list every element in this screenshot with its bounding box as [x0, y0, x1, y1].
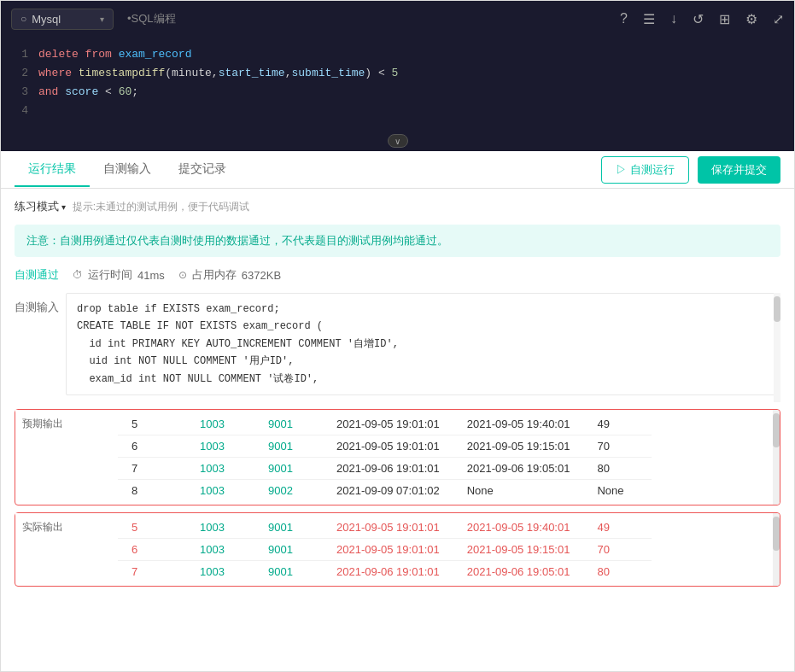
table-cell: 2021-09-09 07:01:02 — [323, 479, 453, 501]
table-cell: 2021-09-05 19:40:01 — [453, 517, 584, 539]
top-bar: ○ Mysql ▾ •SQL编程 ? ☰ ↓ ↺ ⊞ ⚙ ⤢ — [1, 1, 794, 37]
expected-output-section: 预期输出 5100390012021-09-05 19:01:012021-09… — [15, 409, 780, 505]
settings-icon[interactable]: ⚙ — [745, 11, 757, 27]
code-line-3: 3 and score < 60; — [1, 83, 794, 102]
code-text: delete from exam_record — [38, 45, 191, 64]
table-cell: 8 — [118, 479, 186, 501]
table-cell: 70 — [583, 538, 652, 560]
table-cell: 1003 — [186, 479, 254, 501]
expected-output-table: 5100390012021-09-05 19:01:012021-09-05 1… — [118, 413, 652, 501]
table-cell: 2021-09-05 19:01:01 — [323, 435, 453, 457]
input-scrollbar[interactable] — [774, 293, 780, 402]
table-cell: 2021-09-05 19:15:01 — [453, 435, 584, 457]
table-row: 6100390012021-09-05 19:01:012021-09-05 1… — [118, 538, 652, 560]
actual-output-wrapper: 实际输出 5100390012021-09-05 19:01:012021-09… — [15, 512, 780, 587]
practice-mode-bar: 练习模式 提示:未通过的测试用例，便于代码调试 — [15, 199, 780, 214]
collapse-btn[interactable]: ∨ — [388, 134, 408, 148]
table-cell: 49 — [583, 413, 652, 435]
table-cell: 6 — [118, 538, 186, 560]
sql-tag: •SQL编程 — [127, 11, 176, 26]
collapse-handle[interactable]: ∨ — [1, 131, 794, 151]
table-cell: None — [583, 479, 652, 501]
table-cell: 7 — [118, 560, 186, 582]
actual-output-table-wrapper: 5100390012021-09-05 19:01:012021-09-05 1… — [67, 513, 652, 586]
refresh-icon[interactable]: ↺ — [693, 11, 704, 27]
input-section-label: 自测输入 — [15, 293, 59, 318]
table-cell: 2021-09-06 19:01:01 — [323, 560, 453, 582]
table-cell: 9001 — [254, 560, 323, 582]
table-cell: 49 — [583, 517, 652, 539]
input-area[interactable]: drop table if EXISTS exam_record; CREATE… — [66, 293, 780, 395]
self-test-bar: 自测通过 ⏱ 运行时间 41ms ⊙ 占用内存 6372KB — [15, 267, 780, 283]
runtime-label: 运行时间 — [88, 267, 132, 283]
actual-scrollbar[interactable] — [773, 513, 780, 586]
table-cell: 2021-09-05 19:01:01 — [323, 517, 453, 539]
table-cell: 1003 — [186, 435, 254, 457]
code-text — [38, 102, 45, 120]
grid-icon[interactable]: ⊞ — [719, 11, 730, 27]
line-number: 1 — [8, 45, 28, 64]
actual-output-label: 实际输出 — [15, 513, 67, 535]
scrollbar-thumb — [773, 413, 780, 447]
chevron-down-icon: ∨ — [395, 137, 400, 146]
chevron-down-icon: ▾ — [100, 15, 104, 24]
download-icon[interactable]: ↓ — [670, 11, 677, 26]
practice-mode-label[interactable]: 练习模式 — [15, 199, 66, 214]
table-cell: 2021-09-06 19:05:01 — [453, 457, 584, 479]
table-cell: 70 — [583, 435, 652, 457]
db-selector[interactable]: ○ Mysql ▾ — [11, 9, 114, 30]
table-row: 5100390012021-09-05 19:01:012021-09-05 1… — [118, 413, 652, 435]
table-cell: 1003 — [186, 517, 254, 539]
db-selector-label: Mysql — [32, 13, 61, 26]
line-number: 3 — [8, 83, 28, 102]
expected-scrollbar[interactable] — [773, 410, 780, 505]
test-run-button[interactable]: ▷ 自测运行 — [601, 156, 689, 184]
table-cell: 9001 — [254, 457, 323, 479]
scrollbar-thumb — [774, 296, 780, 322]
code-editor[interactable]: 1 delete from exam_record 2 where timest… — [1, 37, 794, 131]
db-icon: ○ — [20, 13, 26, 25]
expected-output-label: 预期输出 — [15, 410, 67, 431]
memory-label: 占用内存 — [192, 267, 237, 283]
code-text: and score < 60; — [38, 83, 138, 102]
table-cell: 1003 — [186, 413, 254, 435]
practice-hint: 提示:未通过的测试用例，便于代码调试 — [73, 200, 249, 214]
tab-self-test-input[interactable]: 自测输入 — [90, 153, 165, 187]
self-test-status: 自测通过 — [15, 267, 59, 283]
table-cell: 2021-09-05 19:01:01 — [323, 413, 453, 435]
expected-output-table-wrapper: 5100390012021-09-05 19:01:012021-09-05 1… — [67, 410, 652, 505]
table-cell: 2021-09-06 19:01:01 — [323, 457, 453, 479]
expand-icon[interactable]: ⤢ — [773, 11, 784, 27]
table-cell: 9001 — [254, 435, 323, 457]
main-container: ○ Mysql ▾ •SQL编程 ? ☰ ↓ ↺ ⊞ ⚙ ⤢ 1 delete … — [0, 0, 795, 672]
table-cell: 2021-09-06 19:05:01 — [453, 560, 584, 582]
help-icon[interactable]: ? — [620, 11, 628, 26]
line-number: 4 — [8, 102, 28, 120]
top-bar-actions: ? ☰ ↓ ↺ ⊞ ⚙ ⤢ — [620, 11, 784, 27]
main-content: 练习模式 提示:未通过的测试用例，便于代码调试 注意：自测用例通过仅代表自测时使… — [1, 189, 794, 672]
scrollbar-thumb — [773, 517, 780, 551]
tab-run-result[interactable]: 运行结果 — [15, 153, 90, 187]
content-area: 练习模式 提示:未通过的测试用例，便于代码调试 注意：自测用例通过仅代表自测时使… — [1, 189, 794, 597]
actual-output-table: 5100390012021-09-05 19:01:012021-09-05 1… — [118, 517, 652, 582]
tab-submit-history[interactable]: 提交记录 — [165, 153, 240, 187]
input-line-3: id int PRIMARY KEY AUTO_INCREMENT COMMEN… — [77, 336, 769, 353]
notice-text: 注意：自测用例通过仅代表自测时使用的数据通过，不代表题目的测试用例均能通过。 — [26, 234, 448, 247]
runtime-value: 41ms — [137, 269, 165, 282]
table-cell: 1003 — [186, 457, 254, 479]
tabs-actions: ▷ 自测运行 保存并提交 — [601, 156, 780, 184]
table-cell: 9002 — [254, 479, 323, 501]
table-cell: 2021-09-05 19:01:01 — [323, 538, 453, 560]
list-icon[interactable]: ☰ — [643, 11, 655, 27]
notice-box: 注意：自测用例通过仅代表自测时使用的数据通过，不代表题目的测试用例均能通过。 — [15, 225, 780, 257]
input-line-1: drop table if EXISTS exam_record; — [77, 301, 769, 318]
table-cell: 2021-09-05 19:15:01 — [453, 538, 584, 560]
table-cell: 5 — [118, 517, 186, 539]
table-row: 5100390012021-09-05 19:01:012021-09-05 1… — [118, 517, 652, 539]
table-cell: 80 — [583, 457, 652, 479]
table-cell: 2021-09-05 19:40:01 — [453, 413, 584, 435]
memory-info: ⊙ 占用内存 6372KB — [178, 267, 281, 283]
table-cell: 9001 — [254, 413, 323, 435]
expected-output-wrapper: 预期输出 5100390012021-09-05 19:01:012021-09… — [15, 409, 780, 505]
save-submit-button[interactable]: 保存并提交 — [698, 156, 780, 184]
